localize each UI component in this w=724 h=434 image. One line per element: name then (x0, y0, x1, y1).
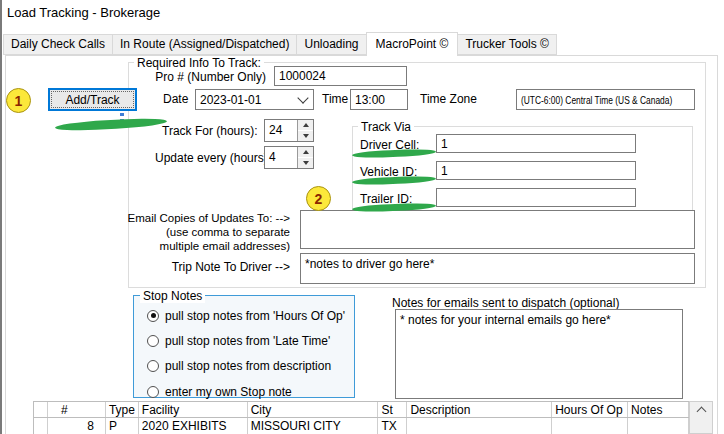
spin-down-button[interactable] (298, 131, 313, 141)
add-track-button[interactable]: Add/Track (48, 88, 137, 111)
tab-macropoint[interactable]: MacroPoint © (366, 32, 459, 56)
cell-facility: 2020 EXHIBITS (139, 418, 248, 434)
scroll-up-button[interactable] (690, 402, 712, 418)
stop-notes-radio-2[interactable]: pull stop notes from description (147, 358, 331, 373)
arrow-down-icon (303, 161, 309, 165)
driver-cell-input[interactable]: 1 (436, 134, 636, 153)
tab-daily-check-calls[interactable]: Daily Check Calls (3, 34, 113, 55)
email-copies-label: Email Copies of Updates To: --> (use com… (110, 211, 290, 253)
tab-in-route[interactable]: In Route (Assigned/Dispatched) (112, 34, 297, 55)
arrow-up-icon (303, 123, 309, 127)
cell-hours-of-op (552, 418, 628, 434)
stop-notes-option-label: enter my own Stop note (165, 385, 292, 399)
col-header-num: # (48, 402, 106, 417)
email-copies-label-line2: (use comma to separate (110, 225, 290, 239)
cell-description (407, 418, 552, 434)
col-header-st: St (378, 402, 407, 417)
stop-notes-option-label: pull stop notes from 'Late Time' (165, 334, 330, 348)
stop-notes-group-title: Stop Notes (140, 289, 205, 303)
col-header-facility: Facility (139, 402, 248, 417)
time-zone-dropdown[interactable]: (UTC-6:00) Central Time (US & Canada) (516, 89, 695, 110)
tab-unloading[interactable]: Unloading (296, 34, 366, 55)
time-label: Time (322, 92, 348, 106)
radio-icon (147, 386, 159, 398)
cell-notes (628, 418, 689, 434)
trailer-id-input[interactable] (436, 188, 636, 207)
col-header-type: Type (106, 402, 139, 417)
update-every-value: 4 (265, 147, 297, 168)
track-for-label: Track For (hours): (162, 124, 258, 138)
dispatch-notes-label: Notes for emails sent to dispatch (optio… (392, 296, 619, 310)
radio-icon (147, 335, 159, 347)
spin-up-button[interactable] (298, 120, 313, 131)
track-for-value: 24 (265, 120, 297, 141)
date-value: 2023-01-01 (200, 93, 261, 107)
radio-icon (147, 310, 159, 322)
col-header-notes: Notes (628, 402, 689, 417)
callout-badge-1: 1 (6, 88, 31, 113)
cell-num: 8 (48, 418, 106, 434)
time-zone-label: Time Zone (420, 92, 477, 106)
date-dropdown[interactable]: 2023-01-01 (195, 89, 314, 110)
vehicle-id-input[interactable]: 1 (436, 161, 636, 180)
update-every-label: Update every (hours): (155, 151, 271, 165)
spin-up-button[interactable] (298, 147, 313, 158)
tab-bar: Daily Check Calls In Route (Assigned/Dis… (3, 32, 556, 56)
time-input[interactable]: 13:00 (350, 89, 408, 110)
radio-icon (147, 360, 159, 372)
window-left-border (0, 0, 2, 434)
load-tracking-window: Load Tracking - Brokerage Daily Check Ca… (0, 0, 724, 434)
email-copies-label-line3: multiple email addresses) (110, 239, 290, 253)
stops-table-header: # Type Facility City St Description Hour… (33, 401, 689, 418)
tab-trucker-tools[interactable]: Trucker Tools © (457, 34, 557, 55)
arrow-up-icon (303, 150, 309, 154)
dispatch-notes-textarea[interactable]: * notes for your internal emails go here… (395, 309, 683, 399)
stop-notes-option-label: pull stop notes from description (165, 359, 331, 373)
table-row[interactable]: 8 P 2020 EXHIBITS MISSOURI CITY TX (33, 418, 689, 434)
stop-notes-option-label: pull stop notes from 'Hours Of Op' (165, 309, 345, 323)
required-info-group-title: Required Info To Track: (134, 56, 264, 70)
time-zone-value: (UTC-6:00) Central Time (US & Canada) (521, 94, 672, 106)
stop-notes-radio-1[interactable]: pull stop notes from 'Late Time' (147, 333, 330, 348)
col-header-city: City (248, 402, 379, 417)
stop-notes-radio-3[interactable]: enter my own Stop note (147, 384, 292, 399)
pro-number-input[interactable]: 1000024 (274, 66, 407, 86)
cell-city: MISSOURI CITY (248, 418, 379, 434)
trip-note-input[interactable]: *notes to driver go here* (300, 253, 695, 284)
arrow-down-icon (303, 134, 309, 138)
pro-number-label: Pro # (Number Only) (120, 70, 266, 84)
update-every-stepper[interactable]: 4 (264, 146, 314, 169)
row-selector-header (34, 402, 48, 417)
table-scrollbar[interactable] (689, 401, 713, 434)
cell-st: TX (378, 418, 407, 434)
stop-notes-radio-0[interactable]: pull stop notes from 'Hours Of Op' (147, 308, 345, 323)
date-label: Date (163, 92, 188, 106)
email-copies-input[interactable] (300, 210, 695, 249)
window-title: Load Tracking - Brokerage (7, 5, 160, 20)
col-header-description: Description (407, 402, 552, 417)
row-selector-cell (34, 418, 48, 434)
track-for-stepper[interactable]: 24 (264, 119, 314, 142)
callout-badge-2: 2 (306, 186, 331, 211)
col-header-hours-of-op: Hours Of Op (552, 402, 628, 417)
email-copies-label-line1: Email Copies of Updates To: --> (110, 211, 290, 225)
arrow-up-icon (696, 407, 706, 417)
trip-note-label: Trip Note To Driver --> (110, 260, 290, 274)
spin-down-button[interactable] (298, 158, 313, 168)
cell-type: P (106, 418, 139, 434)
chevron-down-icon (297, 92, 308, 103)
track-via-group-title: Track Via (358, 120, 414, 134)
